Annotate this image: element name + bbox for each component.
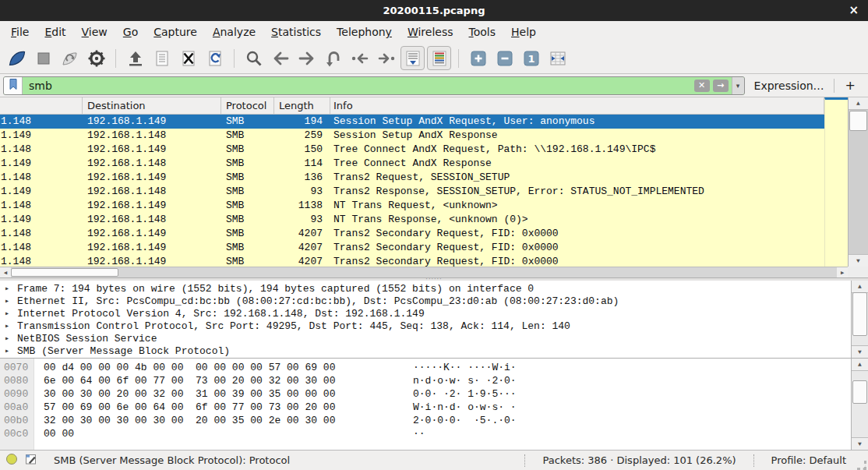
menu-item-statistics[interactable]: Statistics: [263, 23, 329, 41]
open-file-icon: [126, 49, 145, 68]
title-bar: 20200115.pcapng ×: [0, 0, 868, 21]
expand-arrow-icon[interactable]: ▸: [5, 295, 9, 308]
find-packet-button[interactable]: [242, 46, 266, 70]
capture-comment-icon[interactable]: [25, 453, 37, 468]
filter-dropdown-button[interactable]: ▾: [732, 77, 744, 94]
packet-row[interactable]: 1.148192.168.1.149SMB194Session Setup An…: [0, 115, 824, 129]
go-back-button[interactable]: [268, 46, 292, 70]
expand-arrow-icon[interactable]: ▸: [5, 333, 9, 345]
packet-list-vscrollbar[interactable]: ▲ ▼: [848, 97, 868, 267]
packet-row[interactable]: 1.149192.168.1.148SMB93Trans2 Response, …: [0, 185, 824, 199]
filter-input[interactable]: [23, 77, 694, 94]
packet-row[interactable]: 1.148192.168.1.149SMB4207Trans2 Secondar…: [0, 241, 824, 255]
add-filter-button[interactable]: +: [841, 78, 863, 93]
column-header-length[interactable]: Length: [274, 97, 330, 114]
scroll-up-arrow-icon[interactable]: ▲: [852, 281, 868, 293]
zoom-100-button[interactable]: 1: [519, 46, 543, 70]
hex-row[interactable]: 007000 d4 00 00 00 4b 00 00 00 00 00 00 …: [0, 361, 868, 374]
column-header-destination[interactable]: Destination: [83, 97, 221, 114]
save-file-button[interactable]: [150, 46, 174, 70]
packet-row[interactable]: 1.148192.168.1.149SMB4207Trans2 Secondar…: [0, 227, 824, 241]
detail-line[interactable]: ▸Transmission Control Protocol, Src Port…: [0, 320, 868, 333]
capture-options-button[interactable]: [84, 46, 108, 70]
profile-status[interactable]: Profile: Default: [754, 454, 857, 466]
capture-options-icon: [87, 49, 106, 68]
scroll-up-arrow-icon[interactable]: ▲: [849, 97, 868, 110]
expert-info-icon[interactable]: [5, 453, 18, 468]
details-vscrollbar[interactable]: ▲ ▼: [851, 281, 868, 358]
go-to-packet-button[interactable]: [321, 46, 345, 70]
packet-list-hscrollbar[interactable]: ◀ ▶: [0, 267, 848, 277]
menu-item-tools[interactable]: Tools: [461, 23, 504, 41]
column-header-info[interactable]: Info: [330, 97, 824, 114]
resize-columns-button[interactable]: [545, 46, 570, 70]
packet-row[interactable]: 1.149192.168.1.148SMB114Tree Connect And…: [0, 157, 824, 171]
packet-row[interactable]: 1.148192.168.1.149SMB4207Trans2 Secondar…: [0, 255, 824, 267]
detail-line[interactable]: ▸NetBIOS Session Service: [0, 333, 868, 345]
zoom-in-button[interactable]: [466, 46, 490, 70]
detail-text: NetBIOS Session Service: [17, 333, 157, 345]
column-header-source[interactable]: [0, 97, 83, 114]
packet-row[interactable]: 1.148192.168.1.149SMB150Tree Connect And…: [0, 143, 824, 157]
toolbar-separator: [458, 49, 459, 68]
zoom-out-button[interactable]: [492, 46, 517, 70]
expand-arrow-icon[interactable]: ▸: [5, 308, 9, 320]
column-header-protocol[interactable]: Protocol: [221, 97, 274, 114]
vscroll-thumb[interactable]: [852, 380, 867, 404]
go-forward-button[interactable]: [295, 46, 319, 70]
close-button[interactable]: ×: [849, 2, 859, 18]
go-first-button[interactable]: [348, 46, 372, 70]
menu-item-file[interactable]: File: [3, 23, 37, 41]
menu-item-edit[interactable]: Edit: [37, 23, 73, 41]
go-last-button[interactable]: [374, 46, 398, 70]
close-file-button[interactable]: [176, 46, 200, 70]
expand-arrow-icon[interactable]: ▸: [5, 320, 9, 333]
detail-line[interactable]: ▸Ethernet II, Src: PcsCompu_cd:bc:bb (08…: [0, 295, 868, 308]
packet-row[interactable]: 1.148192.168.1.149SMB1138NT Trans Reques…: [0, 199, 824, 213]
scroll-down-arrow-icon[interactable]: ▼: [852, 437, 868, 450]
detail-line[interactable]: ▸SMB (Server Message Block Protocol): [0, 345, 868, 358]
hex-row[interactable]: 00806e 00 64 00 6f 00 77 00 73 00 20 00 …: [0, 374, 868, 387]
menu-item-view[interactable]: View: [74, 23, 115, 41]
packet-row[interactable]: 1.149192.168.1.148SMB259Session Setup An…: [0, 129, 824, 143]
auto-scroll-button[interactable]: [400, 46, 425, 70]
hscroll-thumb[interactable]: [11, 268, 118, 277]
scroll-down-arrow-icon[interactable]: ▼: [849, 254, 868, 267]
menu-item-telephony[interactable]: Telephony: [329, 23, 400, 41]
menu-item-analyze[interactable]: Analyze: [205, 23, 263, 41]
detail-line[interactable]: ▸Internet Protocol Version 4, Src: 192.1…: [0, 308, 868, 320]
scroll-right-arrow-icon[interactable]: ▶: [837, 267, 848, 277]
resize-grip[interactable]: [857, 461, 866, 470]
packet-row[interactable]: 1.148192.168.1.149SMB136Trans2 Request, …: [0, 171, 824, 185]
scroll-down-arrow-icon[interactable]: ▼: [852, 345, 868, 358]
stop-capture-button[interactable]: [31, 46, 55, 70]
reload-file-button[interactable]: [203, 46, 227, 70]
packet-row[interactable]: 1.149192.168.1.148SMB93NT Trans Response…: [0, 213, 824, 227]
start-capture-button[interactable]: [5, 46, 29, 70]
vscroll-thumb[interactable]: [852, 292, 867, 336]
hex-offset: 00c0: [4, 427, 28, 440]
colorize-button[interactable]: [427, 46, 451, 70]
hex-row[interactable]: 00c000 00··: [0, 427, 868, 440]
hex-row[interactable]: 00a057 00 69 00 6e 00 64 00 6f 00 77 00 …: [0, 401, 868, 414]
menu-item-capture[interactable]: Capture: [146, 23, 205, 41]
menu-item-go[interactable]: Go: [115, 23, 146, 41]
packet-cell-length: 194: [274, 115, 330, 129]
hex-row[interactable]: 00b032 00 30 00 30 00 30 00 20 00 35 00 …: [0, 414, 868, 427]
vscroll-thumb[interactable]: [849, 111, 867, 131]
hex-vscrollbar[interactable]: ▲ ▼: [851, 359, 868, 450]
open-file-button[interactable]: [123, 46, 147, 70]
menu-item-wireless[interactable]: Wireless: [400, 23, 461, 41]
restart-capture-button[interactable]: [58, 46, 82, 70]
expand-arrow-icon[interactable]: ▸: [5, 345, 9, 358]
detail-line[interactable]: ▸Frame 7: 194 bytes on wire (1552 bits),…: [0, 283, 868, 295]
filter-clear-button[interactable]: ✕: [694, 80, 710, 92]
expand-arrow-icon[interactable]: ▸: [5, 283, 9, 295]
scroll-left-arrow-icon[interactable]: ◀: [0, 267, 11, 277]
hex-row[interactable]: 009030 00 30 00 20 00 32 00 31 00 39 00 …: [0, 387, 868, 401]
menu-item-help[interactable]: Help: [503, 23, 544, 41]
scroll-up-arrow-icon[interactable]: ▲: [852, 359, 868, 371]
expression-button[interactable]: Expression…: [751, 80, 827, 92]
filter-apply-button[interactable]: →: [713, 80, 729, 92]
filter-bookmark-button[interactable]: [4, 77, 23, 94]
